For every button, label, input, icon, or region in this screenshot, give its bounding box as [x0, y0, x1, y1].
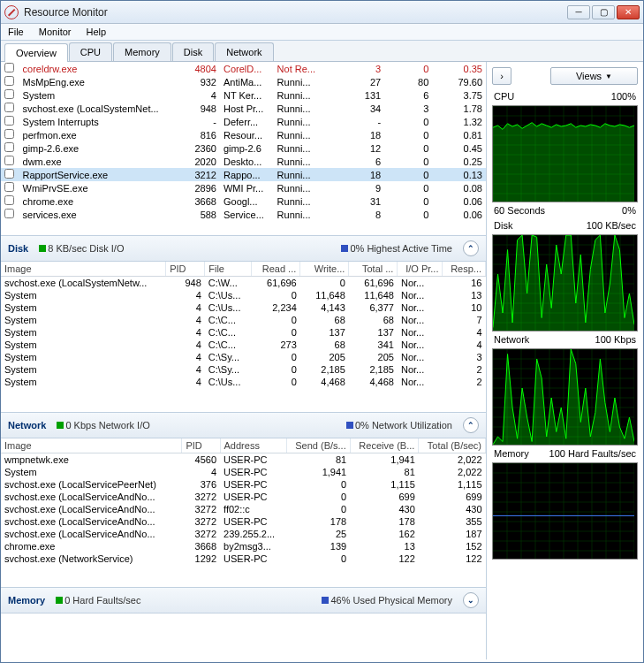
- network-title: Network: [8, 420, 46, 431]
- graph-label-left: Network: [494, 334, 529, 345]
- table-row[interactable]: RapportService.exe3212Rappo...Runni... 1…: [1, 168, 486, 181]
- green-dot-icon: [39, 245, 46, 252]
- table-row[interactable]: System4USER-PC1,941812,022: [1, 466, 486, 478]
- tabs: Overview CPU Memory Disk Network: [1, 41, 643, 62]
- process-checkbox[interactable]: [4, 182, 14, 192]
- table-row[interactable]: System4NT Ker...Runni... 13163.75: [1, 88, 486, 102]
- table-row[interactable]: svchost.exe (LocalServiceAndNo...3272ff0…: [1, 503, 486, 515]
- table-row[interactable]: wmpnetwk.exe4560USER-PC811,9412,022: [1, 453, 486, 467]
- table-row[interactable]: svchost.exe (LocalSystemNetw...948C:\W..…: [1, 277, 486, 290]
- views-button[interactable]: Views▼: [550, 67, 638, 85]
- column-header[interactable]: File: [205, 262, 252, 277]
- table-row[interactable]: System4C:\C...27368341Nor...4: [1, 339, 486, 351]
- menu-monitor[interactable]: Monitor: [39, 27, 72, 37]
- tab-cpu[interactable]: CPU: [69, 42, 112, 61]
- app-icon: [4, 5, 19, 19]
- table-row[interactable]: svchost.exe (LocalServicePeerNet)376USER…: [1, 478, 486, 491]
- process-checkbox[interactable]: [4, 63, 14, 72]
- table-row[interactable]: WmiPrvSE.exe2896WMI Pr...Runni... 900.08: [1, 181, 486, 194]
- column-header[interactable]: I/O Pr...: [398, 262, 443, 277]
- column-header[interactable]: Read ...: [252, 262, 300, 277]
- table-row[interactable]: perfmon.exe816Resour...Runni... 1800.81: [1, 128, 486, 141]
- memory-section-header[interactable]: Memory 0 Hard Faults/sec 46% Used Physic…: [1, 587, 486, 613]
- table-row[interactable]: svchost.exe (LocalSystemNet...948Host Pr…: [1, 102, 486, 115]
- close-button[interactable]: ✕: [617, 5, 640, 19]
- table-row[interactable]: System4C:\Sy...02,1852,185Nor...2: [1, 363, 486, 376]
- process-checkbox[interactable]: [4, 195, 14, 205]
- table-row[interactable]: gimp-2.6.exe2360gimp-2.6Runni... 1200.45: [1, 141, 486, 155]
- disk-table: ImagePIDFileRead ...Write...Total ...I/O…: [1, 262, 486, 388]
- process-checkbox[interactable]: [4, 76, 14, 86]
- graph-disk: [492, 234, 638, 332]
- column-header[interactable]: Receive (B...: [350, 438, 419, 453]
- collapse-button[interactable]: ⌃: [463, 417, 479, 433]
- column-header[interactable]: Send (B/s...: [287, 438, 351, 453]
- table-row[interactable]: System4C:\Us...04,4684,468Nor...2: [1, 376, 486, 388]
- tab-memory[interactable]: Memory: [113, 42, 171, 61]
- expand-button[interactable]: ⌄: [463, 592, 479, 608]
- column-header[interactable]: Total (B/sec): [419, 438, 486, 453]
- graph-label-right: 100 Kbps: [595, 334, 636, 345]
- table-row[interactable]: svchost.exe (LocalServiceAndNo...3272239…: [1, 528, 486, 540]
- table-row[interactable]: System Interrupts-Deferr...Runni... -01.…: [1, 115, 486, 128]
- process-checkbox[interactable]: [4, 103, 14, 112]
- network-table: ImagePIDAddressSend (B/s...Receive (B...…: [1, 438, 486, 565]
- table-row[interactable]: MsMpEng.exe932AntiMa...Runni... 278079.6…: [1, 75, 486, 88]
- table-row[interactable]: System4C:\C...06868Nor...7: [1, 314, 486, 326]
- memory-title: Memory: [8, 595, 45, 606]
- titlebar[interactable]: Resource Monitor ─ ▢ ✕: [1, 1, 643, 24]
- graph-label-right: 100 Hard Faults/sec: [549, 448, 636, 459]
- collapse-button[interactable]: ⌃: [463, 240, 479, 256]
- column-header[interactable]: PID: [166, 262, 205, 277]
- column-header[interactable]: Write...: [300, 262, 349, 277]
- blue-dot-icon: [322, 597, 329, 604]
- blue-dot-icon: [346, 422, 353, 429]
- network-section-header[interactable]: Network 0 Kbps Network I/O 0% Network Ut…: [1, 412, 486, 438]
- chevron-down-icon: ▼: [605, 72, 612, 80]
- table-row[interactable]: svchost.exe (LocalServiceAndNo...3272USE…: [1, 491, 486, 503]
- green-dot-icon: [57, 422, 64, 429]
- graph-memory: [492, 462, 638, 560]
- table-row[interactable]: chrome.exe3668Googl...Runni... 3100.06: [1, 194, 486, 208]
- table-row[interactable]: coreldrw.exe4804CorelD...Not Re... 300.3…: [1, 62, 486, 75]
- nav-button[interactable]: ›: [492, 67, 511, 85]
- graph-label-left: Memory: [494, 448, 529, 459]
- graph-label-left: CPU: [494, 91, 514, 102]
- process-checkbox[interactable]: [4, 116, 14, 126]
- table-row[interactable]: System4C:\Us...011,64811,648Nor...13: [1, 289, 486, 301]
- table-row[interactable]: System4C:\C...0137137Nor...4: [1, 326, 486, 339]
- process-checkbox[interactable]: [4, 89, 14, 99]
- column-header[interactable]: PID: [182, 438, 220, 453]
- table-row[interactable]: System4C:\Us...2,2344,1436,377Nor...10: [1, 301, 486, 314]
- tab-disk[interactable]: Disk: [172, 42, 214, 61]
- green-dot-icon: [56, 597, 63, 604]
- menubar: File Monitor Help: [1, 24, 643, 41]
- maximize-button[interactable]: ▢: [592, 5, 615, 19]
- process-checkbox[interactable]: [4, 156, 14, 165]
- tab-overview[interactable]: Overview: [4, 43, 68, 62]
- process-checkbox[interactable]: [4, 169, 14, 179]
- graph-label-left: Disk: [494, 220, 512, 231]
- process-checkbox[interactable]: [4, 142, 14, 152]
- table-row[interactable]: dwm.exe2020Deskto...Runni... 600.25: [1, 155, 486, 168]
- column-header[interactable]: Total ...: [349, 262, 398, 277]
- table-row[interactable]: svchost.exe (NetworkService)1292USER-PC0…: [1, 552, 486, 565]
- table-row[interactable]: chrome.exe3668by2msg3...13913152: [1, 540, 486, 552]
- disk-section-header[interactable]: Disk 8 KB/sec Disk I/O 0% Highest Active…: [1, 235, 486, 262]
- table-row[interactable]: services.exe588Service...Runni... 800.06: [1, 208, 486, 221]
- window-title: Resource Monitor: [24, 6, 567, 19]
- table-row[interactable]: svchost.exe (LocalServiceAndNo...3272USE…: [1, 515, 486, 528]
- menu-help[interactable]: Help: [87, 27, 107, 37]
- graph-label-right: 100 KB/sec: [587, 220, 636, 231]
- column-header[interactable]: Resp...: [443, 262, 486, 277]
- column-header[interactable]: Image: [1, 438, 182, 453]
- table-row[interactable]: System4C:\Sy...0205205Nor...3: [1, 351, 486, 363]
- process-checkbox[interactable]: [4, 129, 14, 139]
- process-checkbox[interactable]: [4, 209, 14, 218]
- column-header[interactable]: Image: [1, 262, 166, 277]
- tab-network[interactable]: Network: [215, 42, 273, 61]
- minimize-button[interactable]: ─: [567, 5, 590, 19]
- column-header[interactable]: Address: [220, 438, 286, 453]
- menu-file[interactable]: File: [8, 27, 24, 37]
- resource-monitor-window: Resource Monitor ─ ▢ ✕ File Monitor Help…: [0, 0, 644, 663]
